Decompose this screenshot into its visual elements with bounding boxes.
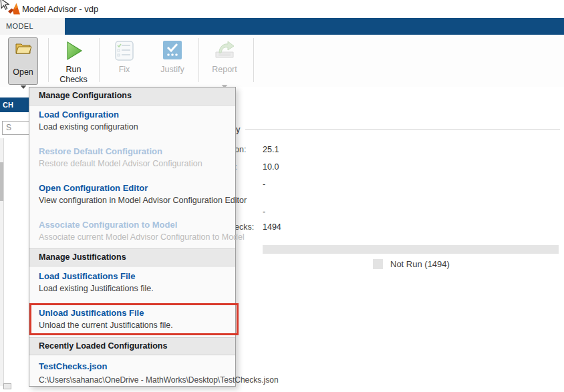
model-advisor-window: Model Advisor - vdp MODEL ADVISOR Open — [0, 0, 564, 392]
run-play-icon — [63, 40, 84, 64]
menu-item-testchecks-json[interactable]: TestChecks.json — [39, 361, 107, 371]
menu-item-restore-default-configuration: Restore Default Configuration — [39, 146, 162, 156]
summary-group-rule — [245, 129, 560, 130]
fix-button: Fix — [108, 37, 140, 85]
report-button-label: Report — [207, 65, 242, 75]
folder-open-icon — [15, 41, 32, 57]
title-bar: Model Advisor - vdp — [0, 0, 564, 18]
ribbon-tab-bar: MODEL ADVISOR — [0, 18, 564, 35]
toolstrip: Open Run Checks — [0, 35, 564, 87]
menu-item-description: Associate current Model Advisor Configur… — [39, 232, 245, 242]
menu-item-description: Unload the current Justifications file. — [39, 321, 173, 330]
menu-item-description: Load existing configuration — [39, 122, 138, 132]
menu-item-open-configuration-editor[interactable]: Open Configuration Editor — [39, 183, 148, 193]
justify-check-icon — [162, 40, 182, 63]
toolbar-separator — [198, 38, 199, 82]
open-button-label: Open — [9, 67, 37, 77]
window-title: Model Advisor - vdp — [22, 4, 98, 14]
menu-section-header: Recently Loaded Configurations — [29, 337, 235, 355]
report-button: Report — [207, 37, 242, 85]
menu-item-associate-configuration-to-model: Associate Configuration to Model — [39, 220, 177, 230]
menu-section-header: Manage Configurations — [29, 87, 235, 106]
summary-group-label-fragment: y — [236, 124, 241, 134]
chevron-down-icon — [20, 79, 26, 91]
menu-item-description: Restore default Model Advisor Configurat… — [39, 159, 202, 168]
menu-item-unload-justifications-file[interactable]: Unload Justifications File — [39, 308, 144, 318]
not-run-legend-swatch — [373, 259, 383, 269]
menu-item-file-path: C:\Users\sahanac\OneDrive - MathWorks\De… — [39, 375, 279, 385]
justify-button-label: Justify — [156, 65, 188, 75]
not-run-legend-label: Not Run (1494) — [390, 259, 450, 269]
run-checks-button[interactable]: Run Checks — [57, 37, 90, 85]
report-export-icon — [213, 40, 236, 64]
mouse-cursor-icon — [0, 0, 11, 13]
summary-row-value: - — [263, 180, 265, 189]
run-checks-label: Run Checks — [57, 65, 90, 85]
summary-row-value: 10.0 — [263, 162, 279, 172]
summary-row-label: on: — [235, 145, 246, 154]
menu-item-load-justifications-file[interactable]: Load Justifications File — [39, 271, 135, 281]
scrollbar-thumb[interactable] — [0, 162, 3, 201]
clipped-tree-item-fragment — [3, 383, 11, 389]
summary-row-value: - — [263, 207, 265, 216]
checks-progress-bar — [263, 245, 559, 254]
vertical-scrollbar[interactable] — [0, 138, 4, 386]
justify-button: Justify — [156, 37, 188, 85]
toolbar-separator — [48, 38, 49, 82]
toolbar-separator — [99, 38, 100, 82]
menu-item-load-configuration[interactable]: Load Configuration — [39, 110, 119, 120]
tab-model-advisor[interactable]: MODEL ADVISOR — [0, 18, 65, 35]
menu-item-description: Load existing Justifications file. — [39, 284, 154, 293]
summary-row-value: 25.1 — [263, 145, 279, 154]
fix-button-label: Fix — [108, 65, 140, 75]
menu-item-description: View configuration in Model Advisor Conf… — [39, 196, 247, 205]
open-dropdown-menu: Manage Configurations Load Configuration… — [29, 87, 236, 387]
open-button[interactable]: Open — [8, 37, 38, 85]
menu-section-header: Manage Justifications — [29, 248, 235, 266]
summary-row-label: ecks: — [235, 222, 254, 232]
summary-row-value: 1494 — [263, 222, 281, 232]
checks-panel-tab[interactable]: CH — [0, 97, 29, 112]
fix-checklist-icon — [114, 40, 135, 64]
toolbar-separator — [253, 38, 254, 82]
